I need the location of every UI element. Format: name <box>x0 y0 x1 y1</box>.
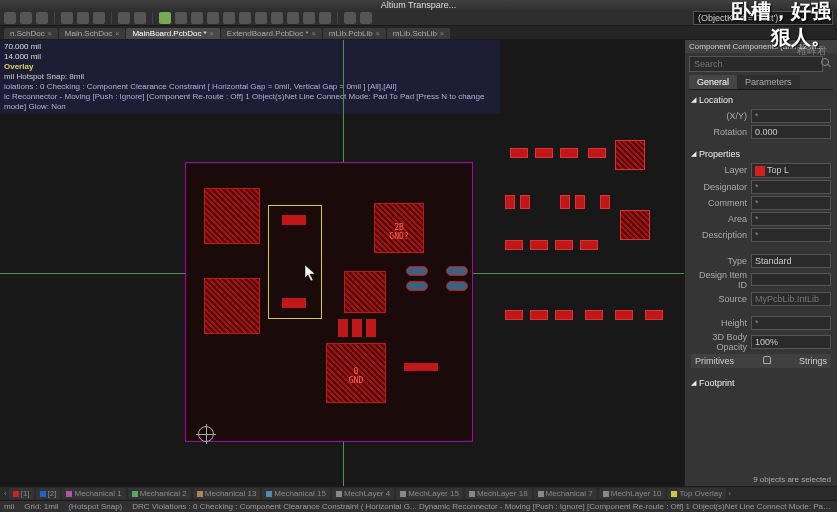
designator-field[interactable]: * <box>751 180 831 194</box>
component[interactable] <box>530 240 548 250</box>
component[interactable] <box>505 310 523 320</box>
tool-copy-icon[interactable] <box>77 12 89 24</box>
component[interactable] <box>520 195 530 209</box>
component-ic[interactable] <box>344 271 386 313</box>
close-icon[interactable]: × <box>115 30 119 37</box>
type-field[interactable]: Standard <box>751 254 831 268</box>
component[interactable] <box>645 310 663 320</box>
section-title[interactable]: Location <box>691 93 831 107</box>
tool-layer-icon[interactable] <box>207 12 219 24</box>
close-icon[interactable]: × <box>48 30 52 37</box>
component[interactable] <box>560 148 578 158</box>
tool-cut-icon[interactable] <box>61 12 73 24</box>
tool-undo-icon[interactable] <box>118 12 130 24</box>
component[interactable] <box>535 148 553 158</box>
document-tab[interactable]: MainBoard.PcbDoc *× <box>126 28 219 39</box>
component[interactable] <box>404 363 438 371</box>
source-field[interactable]: MyPcbLib.IntLib <box>751 292 831 306</box>
component-capacitor[interactable] <box>406 281 428 291</box>
layer-tab[interactable]: Mechanical 7 <box>534 488 597 499</box>
component[interactable] <box>620 210 650 240</box>
tool-pad-icon[interactable] <box>255 12 267 24</box>
pcb-board-outline[interactable]: 2B GND? 0 GND <box>185 162 473 442</box>
component[interactable] <box>510 148 528 158</box>
document-tab[interactable]: mLib.SchLib× <box>387 28 450 39</box>
document-tab[interactable]: ExtendBoard.PcbDoc *× <box>221 28 322 39</box>
component[interactable] <box>615 140 645 170</box>
properties-search-input[interactable] <box>689 56 823 72</box>
comment-field[interactable]: * <box>751 196 831 210</box>
close-icon[interactable]: × <box>440 30 444 37</box>
layer-tab[interactable]: [1] <box>9 488 34 499</box>
component[interactable] <box>530 310 548 320</box>
layer-tab[interactable]: Mechanical 13 <box>193 488 261 499</box>
tool-drc-icon[interactable] <box>319 12 331 24</box>
tool-open-icon[interactable] <box>20 12 32 24</box>
tool-paste-icon[interactable] <box>93 12 105 24</box>
height-field[interactable]: * <box>751 316 831 330</box>
component[interactable] <box>204 188 260 244</box>
tool-zoom-icon[interactable] <box>159 12 171 24</box>
tab-parameters[interactable]: Parameters <box>737 75 800 89</box>
layer-tab[interactable]: MechLayer 4 <box>332 488 394 499</box>
tool-fit-icon[interactable] <box>175 12 187 24</box>
component[interactable] <box>505 195 515 209</box>
strings-label[interactable]: Strings <box>799 356 827 366</box>
component[interactable] <box>555 310 573 320</box>
layer-tab[interactable]: [2] <box>36 488 61 499</box>
tool-via-icon[interactable] <box>239 12 251 24</box>
close-icon[interactable]: × <box>376 30 380 37</box>
tool-save-icon[interactable] <box>36 12 48 24</box>
tool-grid-icon[interactable] <box>191 12 203 24</box>
document-tab[interactable]: n.SchDoc× <box>4 28 58 39</box>
component[interactable] <box>588 148 606 158</box>
component[interactable] <box>615 310 633 320</box>
pcb-canvas[interactable]: 70.000 mil 14.000 mil Overlay mil Hotspo… <box>0 40 684 486</box>
layer-tab[interactable]: MechLayer 10 <box>599 488 666 499</box>
document-tab[interactable]: Main.SchDoc× <box>59 28 126 39</box>
component-capacitor[interactable] <box>406 266 428 276</box>
component[interactable] <box>555 240 573 250</box>
component[interactable] <box>560 195 570 209</box>
document-tab[interactable]: mLib.PcbLib× <box>323 28 386 39</box>
component[interactable] <box>204 278 260 334</box>
component[interactable] <box>352 319 362 337</box>
component-capacitor[interactable] <box>446 281 468 291</box>
lock-icon[interactable] <box>763 356 771 364</box>
layer-tab[interactable]: Mechanical 2 <box>128 488 191 499</box>
tool-text-icon[interactable] <box>271 12 283 24</box>
opacity-field[interactable]: 100% <box>751 335 831 349</box>
component[interactable] <box>366 319 376 337</box>
component-ic[interactable]: 0 GND <box>326 343 386 403</box>
component[interactable] <box>505 240 523 250</box>
tool-new-icon[interactable] <box>4 12 16 24</box>
component-ic[interactable]: 2B GND? <box>374 203 424 253</box>
design-item-field[interactable] <box>751 273 831 286</box>
layer-tab[interactable]: Top Overlay <box>667 488 726 499</box>
section-title[interactable]: Footprint <box>691 376 831 390</box>
layer-field[interactable]: Top L <box>751 163 831 178</box>
layer-prev-icon[interactable]: ‹ <box>4 489 7 498</box>
tab-general[interactable]: General <box>689 75 737 89</box>
layer-tab[interactable]: MechLayer 18 <box>465 488 532 499</box>
component[interactable] <box>585 310 603 320</box>
tool-flip-icon[interactable] <box>360 12 372 24</box>
component[interactable] <box>575 195 585 209</box>
close-icon[interactable]: × <box>210 30 214 37</box>
component[interactable] <box>600 195 610 209</box>
component[interactable] <box>580 240 598 250</box>
component-capacitor[interactable] <box>446 266 468 276</box>
section-title[interactable]: Properties <box>691 147 831 161</box>
tool-3d-icon[interactable] <box>303 12 315 24</box>
rotation-field[interactable]: 0.000 <box>751 125 831 139</box>
area-field[interactable]: * <box>751 212 831 226</box>
close-icon[interactable]: × <box>312 30 316 37</box>
tool-route-icon[interactable] <box>223 12 235 24</box>
xy-field[interactable]: * <box>751 109 831 123</box>
tool-measure-icon[interactable] <box>287 12 299 24</box>
tool-align-icon[interactable] <box>344 12 356 24</box>
layer-next-icon[interactable]: › <box>728 489 731 498</box>
layer-tab[interactable]: Mechanical 1 <box>62 488 125 499</box>
component[interactable] <box>338 319 348 337</box>
layer-tab[interactable]: Mechanical 15 <box>262 488 330 499</box>
